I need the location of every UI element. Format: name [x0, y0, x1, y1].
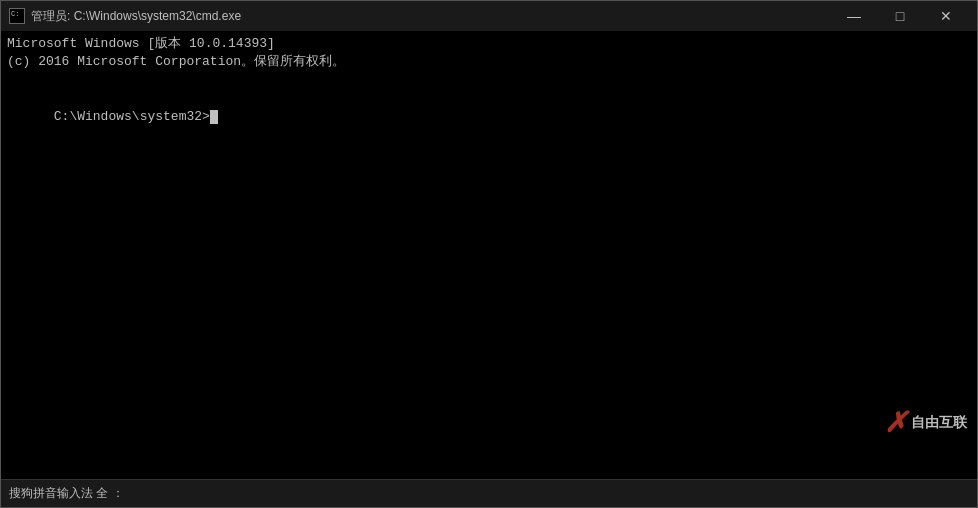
cmd-window: 管理员: C:\Windows\system32\cmd.exe — □ ✕ M…: [0, 0, 978, 508]
maximize-button[interactable]: □: [877, 1, 923, 31]
terminal-body[interactable]: Microsoft Windows [版本 10.0.14393] (c) 20…: [1, 31, 977, 479]
cmd-icon: [9, 8, 25, 24]
terminal-line-1: Microsoft Windows [版本 10.0.14393]: [7, 35, 971, 53]
terminal-line-2: (c) 2016 Microsoft Corporation。保留所有权利。: [7, 53, 971, 71]
status-bar: 搜狗拼音输入法 全 ：: [1, 479, 977, 507]
close-button[interactable]: ✕: [923, 1, 969, 31]
watermark-brand: 自由互联: [911, 414, 967, 432]
title-bar-text: 管理员: C:\Windows\system32\cmd.exe: [31, 8, 831, 25]
terminal-cursor: [210, 110, 218, 124]
watermark-x-icon: ✗: [884, 406, 907, 439]
title-bar: 管理员: C:\Windows\system32\cmd.exe — □ ✕: [1, 1, 977, 31]
watermark: ✗ 自由互联: [884, 406, 967, 439]
terminal-line-3: [7, 71, 971, 89]
title-bar-controls: — □ ✕: [831, 1, 969, 31]
minimize-button[interactable]: —: [831, 1, 877, 31]
terminal-prompt: C:\Windows\system32>: [54, 109, 210, 124]
status-text: 搜狗拼音输入法 全 ：: [9, 485, 124, 502]
terminal-prompt-line: C:\Windows\system32>: [7, 90, 971, 145]
